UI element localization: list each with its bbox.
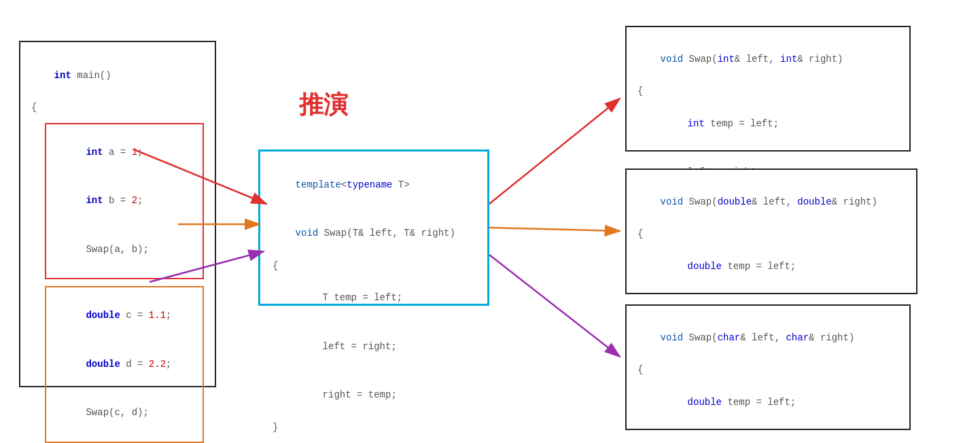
template-body2: left = right; — [273, 323, 475, 371]
template-body1: T temp = left; — [273, 274, 475, 323]
arrow-template-to-double — [489, 228, 620, 231]
int-b-line: int b = 2; — [52, 177, 197, 226]
swap-ab-line: Swap(a, b); — [52, 226, 197, 274]
result-char-sig: void Swap(char& left, char& right) — [637, 314, 898, 362]
int-block: int a = 1; int b = 2; Swap(a, b); — [45, 123, 204, 279]
double-d-line: double d = 2.2; — [52, 340, 197, 389]
template-body3: right = temp; — [273, 371, 475, 419]
template-code-box: template<typename T> void Swap(T& left, … — [258, 149, 489, 306]
template-line1: template<typename T> — [273, 161, 475, 209]
result-double-sig: void Swap(double& left, double& right) — [637, 178, 905, 226]
tuiyan-label: 推演 — [299, 88, 348, 122]
result-double-box: void Swap(double& left, double& right) {… — [625, 169, 917, 294]
template-open: { — [273, 258, 475, 274]
swap-cd-line: Swap(c, d); — [52, 389, 197, 437]
double-block: double c = 1.1; double d = 2.2; Swap(c, … — [45, 286, 204, 442]
template-close: } — [273, 420, 475, 436]
arrow-template-to-int — [489, 99, 620, 204]
main-code-box: int main() { int a = 1; int b = 2; Swap(… — [19, 41, 216, 387]
main-open: { — [31, 100, 204, 116]
double-c-line: double c = 1.1; — [52, 291, 197, 340]
int-a-line: int a = 1; — [52, 128, 197, 177]
template-line2: void Swap(T& left, T& right) — [273, 209, 475, 258]
result-char-box: void Swap(char& left, char& right) { dou… — [625, 304, 911, 430]
arrow-template-to-char — [489, 255, 620, 357]
main-title: int main() — [31, 52, 204, 100]
result-int-box: void Swap(int& left, int& right) { int t… — [625, 26, 911, 152]
result-int-sig: void Swap(int& left, int& right) — [637, 35, 898, 84]
